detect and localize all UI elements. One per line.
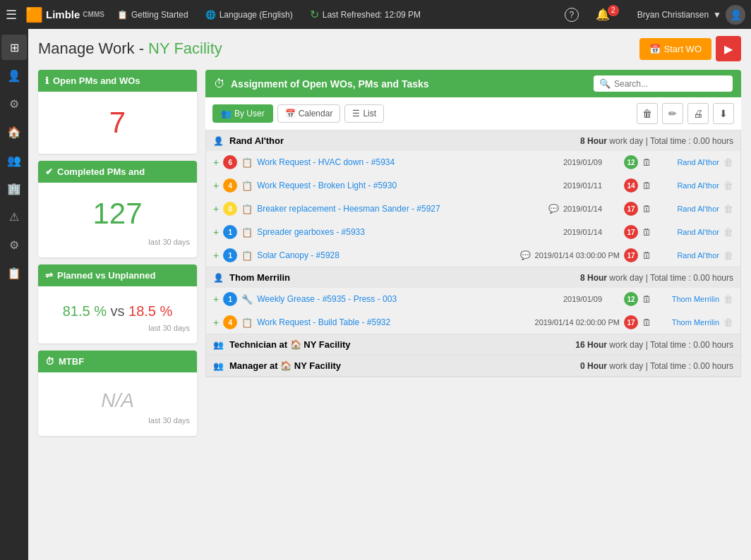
delete-icon[interactable]: 🗑: [723, 203, 733, 214]
wo-link[interactable]: Breaker replacement - Heesman Sander - #…: [257, 204, 544, 214]
wo-link[interactable]: Weekly Grease - #5935 - Press - 003: [257, 294, 559, 304]
user-icon: 👥: [213, 361, 224, 371]
wo-assignee: Rand Al'thor: [656, 205, 719, 213]
wo-assignee: Rand Al'thor: [656, 181, 719, 190]
sidebar-icon-user[interactable]: 👤: [1, 63, 27, 88]
planned-title: Planned vs Unplanned: [57, 270, 155, 281]
user-group-header: 👥 Manager at 🏠 NY Facility 0 Hour work d…: [206, 355, 740, 376]
start-wo-label: Start WO: [664, 44, 702, 54]
sidebar-icon-grid[interactable]: ⊞: [1, 35, 27, 60]
work-list: 👤 Rand Al'thor 8 Hour work day | Total t…: [205, 130, 741, 377]
user-group: 👤 Thom Merrilin 8 Hour work day | Total …: [206, 267, 740, 334]
wo-assignee: Thom Merrilin: [656, 318, 719, 327]
logo: 🟧 Limble CMMS: [25, 6, 104, 23]
widgets-column: ℹ Open PMs and WOs 7 ✔ Completed PMs and…: [38, 70, 197, 436]
by-user-button[interactable]: 👥 By User: [212, 104, 273, 123]
getting-started-icon: 📋: [117, 10, 128, 20]
chat-icon: 💬: [520, 250, 531, 260]
user-menu[interactable]: Bryan Christiansen ▼ 👤: [637, 5, 745, 25]
refresh-nav[interactable]: ↻ Last Refreshed: 12:09 PM: [306, 5, 425, 24]
wo-link[interactable]: Work Request - Build Table - #5932: [257, 317, 530, 327]
print-action-button[interactable]: 🖨: [687, 103, 709, 124]
add-button[interactable]: +: [213, 250, 219, 261]
avatar: 👤: [726, 5, 745, 25]
language-nav[interactable]: 🌐 Language (English): [201, 7, 297, 23]
add-button[interactable]: +: [213, 317, 219, 328]
add-button[interactable]: +: [213, 157, 219, 168]
start-wo-button[interactable]: 📅 Start WO: [639, 38, 711, 60]
work-day-info: 8 Hour work day | Total time : 0.00 hour…: [296, 273, 733, 283]
user-group: 👥 Manager at 🏠 NY Facility 0 Hour work d…: [206, 355, 740, 377]
notifications-nav[interactable]: 🔔 2: [591, 5, 629, 24]
priority-badge: 1: [223, 292, 237, 306]
wo-date: 2019/01/11: [563, 181, 620, 190]
calendar-icon: 🗓: [642, 294, 651, 305]
completed-count: 127: [45, 190, 190, 238]
wo-assignee: Rand Al'thor: [656, 251, 719, 260]
vs-label: vs: [111, 303, 129, 319]
delete-icon[interactable]: 🗑: [723, 250, 733, 261]
sidebar-icon-gear[interactable]: ⚙: [1, 232, 27, 257]
wo-link[interactable]: Solar Canopy - #5928: [257, 250, 515, 260]
edit-action-button[interactable]: ✏: [662, 103, 683, 124]
sidebar-icon-building[interactable]: 🏢: [1, 176, 27, 201]
delete-icon[interactable]: 🗑: [723, 226, 733, 238]
getting-started-nav[interactable]: 📋 Getting Started: [113, 7, 193, 23]
panel-toolbar: 👥 By User 📅 Calendar ☰ List 🗑 ✏ 🖨: [205, 97, 741, 130]
mtbf-body: N/A last 30 days: [38, 372, 197, 436]
priority-badge: 1: [223, 248, 237, 262]
completed-subtitle: last 30 days: [45, 238, 190, 250]
download-action-button[interactable]: ⬇: [713, 103, 734, 124]
calendar-icon: 🗓: [642, 250, 651, 261]
main-content: Manage Work - NY Facility 📅 Start WO ▶ ℹ…: [28, 29, 751, 560]
add-button[interactable]: +: [213, 203, 219, 214]
play-button[interactable]: ▶: [716, 36, 741, 61]
search-box[interactable]: 🔍: [594, 75, 733, 92]
delete-icon[interactable]: 🗑: [723, 157, 733, 168]
calendar-button[interactable]: 📅 Calendar: [277, 104, 341, 123]
table-row: + 1 📋 Solar Canopy - #5928 💬 2019/01/14 …: [206, 244, 740, 267]
help-nav[interactable]: ?: [560, 5, 583, 25]
sidebar-icon-clipboard[interactable]: 📋: [1, 260, 27, 286]
wo-link[interactable]: Spreader gearboxes - #5933: [257, 227, 559, 237]
wo-link[interactable]: Work Request - HVAC down - #5934: [257, 157, 559, 167]
user-group: 👥 Technician at 🏠 NY Facility 16 Hour wo…: [206, 334, 740, 355]
wo-date: 2019/01/14: [563, 228, 620, 236]
wo-type-icon: 📋: [241, 157, 253, 168]
time-badge: 17: [624, 315, 638, 329]
planned-subtitle: last 30 days: [45, 324, 190, 336]
sidebar-icon-settings[interactable]: ⚙: [1, 91, 27, 116]
search-input[interactable]: [614, 79, 727, 89]
wo-type-icon: 📋: [241, 227, 253, 238]
app-body: ⊞ 👤 ⚙ 🏠 👥 🏢 ⚠ ⚙ 📋 Manage Work - NY Facil…: [0, 29, 751, 560]
wo-date: 2019/01/09: [563, 158, 620, 166]
priority-badge: 4: [223, 315, 237, 329]
time-badge: 12: [624, 292, 638, 306]
completed-body: 127 last 30 days: [38, 183, 197, 257]
hamburger-icon[interactable]: ☰: [6, 7, 17, 23]
delete-action-button[interactable]: 🗑: [637, 103, 658, 124]
wo-link[interactable]: Work Request - Broken Light - #5930: [257, 181, 559, 190]
user-icon: 👤: [213, 273, 224, 283]
calendar-icon: 📅: [285, 109, 296, 118]
two-col-layout: ℹ Open PMs and WOs 7 ✔ Completed PMs and…: [38, 70, 741, 436]
arrows-icon: ⇌: [45, 270, 53, 281]
sidebar-icon-home[interactable]: 🏠: [1, 119, 27, 145]
list-button[interactable]: ☰ List: [344, 104, 384, 123]
wo-date: 2019/01/09: [563, 295, 620, 303]
delete-icon[interactable]: 🗑: [723, 180, 733, 191]
delete-icon[interactable]: 🗑: [723, 293, 733, 305]
add-button[interactable]: +: [213, 293, 219, 305]
add-button[interactable]: +: [213, 180, 219, 191]
delete-icon[interactable]: 🗑: [723, 317, 733, 328]
sidebar-icon-warning[interactable]: ⚠: [1, 204, 27, 229]
brand-name: Limble: [46, 8, 80, 20]
sidebar-icon-users[interactable]: 👥: [1, 147, 27, 173]
wo-type-icon: 🔧: [241, 294, 253, 305]
completed-title: Completed PMs and: [57, 166, 145, 177]
assignment-panel: ⏱ Assignment of Open WOs, PMs and Tasks …: [205, 70, 741, 436]
list-icon: ☰: [352, 109, 360, 118]
calendar-label: Calendar: [299, 109, 333, 118]
add-button[interactable]: +: [213, 226, 219, 238]
clock-circle-icon: ⏱: [214, 78, 225, 90]
